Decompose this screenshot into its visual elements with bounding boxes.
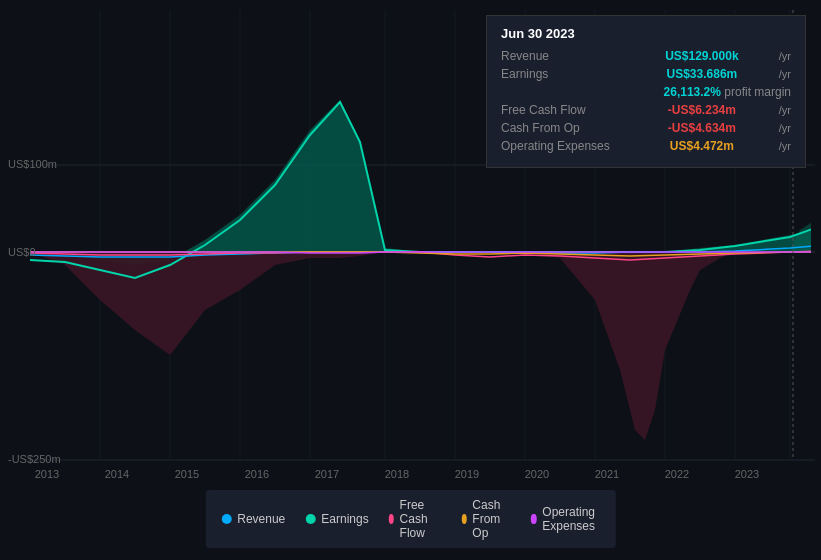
svg-text:2015: 2015	[175, 468, 199, 480]
legend-dot-revenue	[221, 514, 231, 524]
tooltip-label-opex: Operating Expenses	[501, 139, 621, 153]
tooltip-value-fcf: -US$6.234m	[668, 103, 736, 117]
legend-item-opex[interactable]: Operating Expenses	[531, 505, 600, 533]
legend-item-revenue[interactable]: Revenue	[221, 512, 285, 526]
tooltip-row-opex: Operating Expenses US$4.472m /yr	[501, 139, 791, 153]
tooltip-row-earnings: Earnings US$33.686m /yr	[501, 67, 791, 81]
svg-text:2019: 2019	[455, 468, 479, 480]
svg-text:2023: 2023	[735, 468, 759, 480]
svg-text:2014: 2014	[105, 468, 129, 480]
tooltip-unit-revenue: /yr	[779, 50, 791, 62]
tooltip-label-fcf: Free Cash Flow	[501, 103, 621, 117]
legend-label-cfo: Cash From Op	[472, 498, 511, 540]
legend-dot-opex	[531, 514, 536, 524]
svg-text:2021: 2021	[595, 468, 619, 480]
tooltip-unit-earnings: /yr	[779, 68, 791, 80]
profit-margin-row: 26,113.2% profit margin	[501, 85, 791, 99]
svg-text:-US$250m: -US$250m	[8, 453, 61, 465]
legend-label-opex: Operating Expenses	[542, 505, 599, 533]
legend-dot-fcf	[389, 514, 394, 524]
tooltip-label-earnings: Earnings	[501, 67, 621, 81]
legend-dot-earnings	[305, 514, 315, 524]
tooltip-value-cfo: -US$4.634m	[668, 121, 736, 135]
svg-text:2018: 2018	[385, 468, 409, 480]
legend-label-revenue: Revenue	[237, 512, 285, 526]
profit-margin-value: 26,113.2%	[664, 85, 721, 99]
tooltip-row-cfo: Cash From Op -US$4.634m /yr	[501, 121, 791, 135]
tooltip-box: Jun 30 2023 Revenue US$129.000k /yr Earn…	[486, 15, 806, 168]
chart-container: Jun 30 2023 Revenue US$129.000k /yr Earn…	[0, 0, 821, 560]
tooltip-label-revenue: Revenue	[501, 49, 621, 63]
legend-dot-cfo	[461, 514, 466, 524]
svg-text:US$0: US$0	[8, 246, 36, 258]
legend-label-fcf: Free Cash Flow	[400, 498, 442, 540]
legend-label-earnings: Earnings	[321, 512, 368, 526]
svg-text:2013: 2013	[35, 468, 59, 480]
tooltip-label-cfo: Cash From Op	[501, 121, 621, 135]
tooltip-value-revenue: US$129.000k	[665, 49, 738, 63]
tooltip-unit-opex: /yr	[779, 140, 791, 152]
legend-item-cfo[interactable]: Cash From Op	[461, 498, 511, 540]
legend-item-fcf[interactable]: Free Cash Flow	[389, 498, 442, 540]
svg-text:2022: 2022	[665, 468, 689, 480]
tooltip-unit-cfo: /yr	[779, 122, 791, 134]
tooltip-unit-fcf: /yr	[779, 104, 791, 116]
tooltip-row-revenue: Revenue US$129.000k /yr	[501, 49, 791, 63]
tooltip-date: Jun 30 2023	[501, 26, 791, 41]
tooltip-row-fcf: Free Cash Flow -US$6.234m /yr	[501, 103, 791, 117]
svg-text:US$100m: US$100m	[8, 158, 57, 170]
profit-margin-label: profit margin	[724, 85, 791, 99]
tooltip-value-earnings: US$33.686m	[667, 67, 738, 81]
svg-text:2020: 2020	[525, 468, 549, 480]
profit-margin-text: 26,113.2% profit margin	[664, 85, 791, 99]
svg-text:2016: 2016	[245, 468, 269, 480]
svg-text:2017: 2017	[315, 468, 339, 480]
chart-legend: Revenue Earnings Free Cash Flow Cash Fro…	[205, 490, 616, 548]
legend-item-earnings[interactable]: Earnings	[305, 512, 368, 526]
tooltip-value-opex: US$4.472m	[670, 139, 734, 153]
